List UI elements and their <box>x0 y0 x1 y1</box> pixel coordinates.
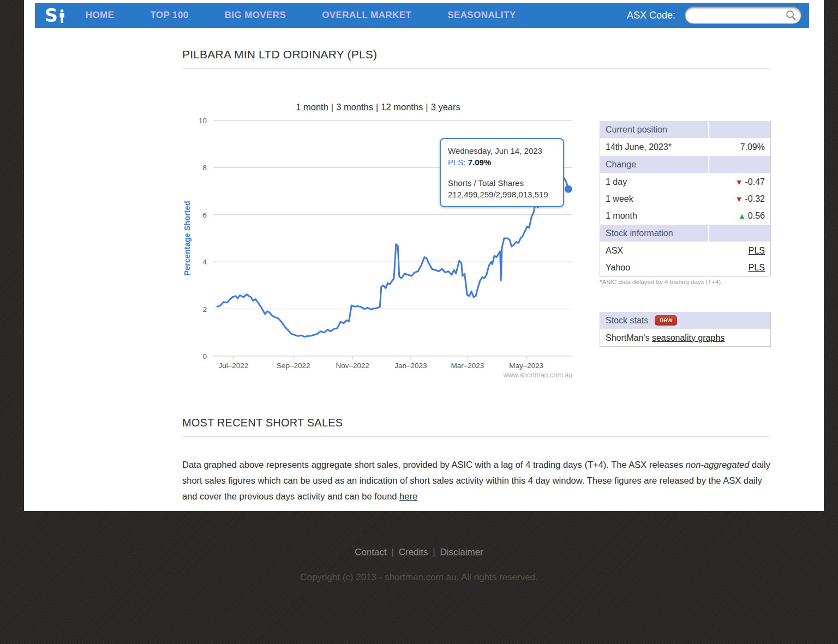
yahoo-label: Yahoo <box>600 259 709 276</box>
x-tick-label: Jul–2022 <box>218 362 248 370</box>
table-row: ShortMan's seasonality graphs <box>600 329 771 347</box>
time-range-links: 1 month|3 months|12 months|3 years <box>182 102 574 112</box>
down-arrow-icon: ▼ <box>735 178 743 186</box>
table-row: 1 week ▼-0.32 <box>600 190 771 207</box>
table-row: Yahoo PLS <box>600 259 771 276</box>
change-1-week-label: 1 week <box>600 190 709 207</box>
y-axis-label: Percentage Shorted <box>183 201 191 276</box>
change-1-day-label: 1 day <box>600 173 709 191</box>
y-tick-label: 0 <box>202 352 207 360</box>
chart-tooltip: Wednesday, Jun 14, 2023 PLS: 7.09% Short… <box>440 138 564 207</box>
up-arrow-icon: ▲ <box>738 212 746 220</box>
position-date: 14th June, 2023* <box>600 139 709 156</box>
table-row: 14th June, 2023* 7.09% <box>600 139 771 156</box>
change-1-week-value: ▼-0.32 <box>709 190 771 207</box>
stock-information-header: Stock information <box>600 225 709 242</box>
table-row: 1 day ▼-0.47 <box>600 173 771 191</box>
range-link-12-months: 12 months <box>381 102 423 112</box>
top-navbar: S HOME TOP 100 BIG MOVERS OVERALL MARKET… <box>35 3 809 28</box>
stock-stats-table: Current position 14th June, 2023* 7.09% … <box>600 121 771 276</box>
range-link-3-months[interactable]: 3 months <box>336 102 373 112</box>
asx-code-label: ASX Code: <box>627 10 675 21</box>
credits-link[interactable]: Credits <box>397 547 430 557</box>
here-link[interactable]: here <box>399 491 417 501</box>
footer-links: Contact | Credits | Disclaimer <box>0 511 838 558</box>
change-1-month-value: ▲0.56 <box>709 207 771 225</box>
nav-item-seasonality[interactable]: SEASONALITY <box>447 10 516 21</box>
table-row: ASX PLS <box>600 242 771 260</box>
x-tick-label: May–2023 <box>509 362 543 370</box>
x-tick-label: Mar–2023 <box>451 362 484 370</box>
disclaimer-link[interactable]: Disclaimer <box>438 547 485 557</box>
copyright-text: Copyright (c) 2013 - shortman.com.au. Al… <box>0 572 838 583</box>
shortman-logo[interactable]: S <box>45 7 65 25</box>
range-separator: | <box>423 102 430 112</box>
y-tick-label: 8 <box>202 164 207 172</box>
nav-item-overall-market[interactable]: OVERALL MARKET <box>322 10 411 21</box>
latest-point-dot <box>565 185 572 193</box>
x-tick-label: Nov–2022 <box>336 362 370 370</box>
asic-delay-footnote: *ASIC data delayed by 4 trading days (T+… <box>600 279 770 285</box>
table-row: 1 month ▲0.56 <box>600 207 771 225</box>
x-tick-label: Sep–2022 <box>277 362 310 370</box>
y-tick-label: 6 <box>202 211 207 219</box>
range-link-1-month[interactable]: 1 month <box>296 102 328 112</box>
y-tick-label: 4 <box>202 258 207 266</box>
range-separator: | <box>373 102 381 112</box>
y-tick-label: 2 <box>202 305 207 314</box>
chart-block: 1 month|3 months|12 months|3 years 02468… <box>182 102 574 385</box>
description-paragraph: Data graphed above represents aggregate … <box>182 457 770 504</box>
current-position-header: Current position <box>600 121 709 139</box>
logo-letter: S <box>45 7 58 25</box>
page-container: S HOME TOP 100 BIG MOVERS OVERALL MARKET… <box>24 0 824 511</box>
asx-pls-link[interactable]: PLS <box>749 246 765 255</box>
chart-section: 1 month|3 months|12 months|3 years 02468… <box>182 102 770 385</box>
footer-separator: | <box>433 547 435 557</box>
nav-item-home[interactable]: HOME <box>86 10 115 21</box>
tooltip-symbol: PLS <box>448 158 463 167</box>
change-header: Change <box>600 156 709 173</box>
tooltip-value: 7.09% <box>468 158 492 167</box>
non-aggregated-emphasis: non-aggregated <box>686 460 750 470</box>
tooltip-date: Wednesday, Jun 14, 2023 <box>448 145 556 157</box>
new-badge: new <box>655 315 677 326</box>
most-recent-short-sales-heading: MOST RECENT SHORT SALES <box>182 417 770 437</box>
tooltip-value-line: PLS: 7.09% <box>448 157 556 168</box>
watermark-text: www.shortman.com.au <box>503 371 572 379</box>
yahoo-pls-link[interactable]: PLS <box>749 263 765 272</box>
site-footer: Contact | Credits | Disclaimer Copyright… <box>0 511 838 644</box>
tooltip-shares-value: 212,499,259/2,998,013,519 <box>448 189 556 200</box>
down-arrow-icon: ▼ <box>735 195 743 203</box>
nav-search-area: ASX Code: <box>627 7 801 24</box>
search-icon[interactable] <box>785 9 797 21</box>
page-title: PILBARA MIN LTD ORDINARY (PLS) <box>182 48 770 69</box>
seasonality-graphs-link[interactable]: seasonality graphs <box>652 333 725 342</box>
main-content: PILBARA MIN LTD ORDINARY (PLS) 1 month|3… <box>24 28 824 504</box>
tooltip-shares-label: Shorts / Total Shares <box>448 177 556 189</box>
change-1-month-label: 1 month <box>600 207 709 225</box>
stock-stats-links-table: Stock statsnew ShortMan's seasonality gr… <box>600 311 771 347</box>
nav-item-big-movers[interactable]: BIG MOVERS <box>225 10 286 21</box>
contact-link[interactable]: Contact <box>352 547 389 557</box>
side-panel: Current position 14th June, 2023* 7.09% … <box>600 121 770 385</box>
stock-stats-header: Stock statsnew <box>600 312 771 329</box>
asx-code-search-input[interactable] <box>685 7 801 24</box>
y-tick-label: 10 <box>199 117 207 125</box>
range-link-3-years[interactable]: 3 years <box>431 102 460 112</box>
x-tick-label: Jan–2023 <box>394 362 427 370</box>
seasonality-row: ShortMan's seasonality graphs <box>600 329 771 347</box>
range-separator: | <box>328 102 336 112</box>
change-1-day-value: ▼-0.47 <box>709 173 771 191</box>
position-value: 7.09% <box>709 139 771 156</box>
nav-item-top-100[interactable]: TOP 100 <box>150 10 188 21</box>
asx-label: ASX <box>600 242 709 260</box>
footer-separator: | <box>392 547 394 557</box>
man-icon <box>59 9 65 23</box>
shorted-percentage-chart[interactable]: 0246810Jul–2022Sep–2022Nov–2022Jan–2023M… <box>182 115 574 385</box>
